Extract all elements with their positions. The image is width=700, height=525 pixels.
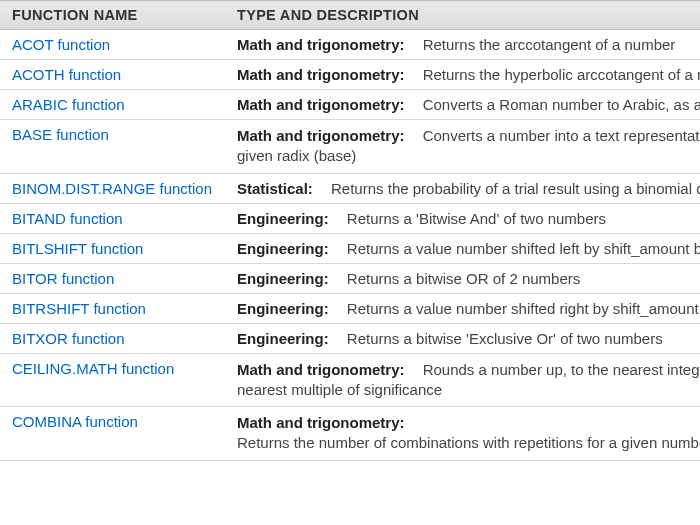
category-label: Math and trigonometry:	[237, 414, 419, 431]
description-text-cont: given radix (base)	[237, 147, 356, 164]
function-link[interactable]: BITAND function	[12, 210, 123, 227]
category-label: Engineering:	[237, 300, 343, 317]
table-row: BITOR function Engineering: Returns a bi…	[0, 263, 700, 293]
function-link[interactable]: CEILING.MATH function	[12, 360, 174, 377]
function-link[interactable]: COMBINA function	[12, 413, 138, 430]
category-label: Engineering:	[237, 270, 343, 287]
function-link[interactable]: BITOR function	[12, 270, 114, 287]
function-link[interactable]: BITRSHIFT function	[12, 300, 146, 317]
category-label: Math and trigonometry:	[237, 361, 419, 378]
category-label: Statistical:	[237, 180, 327, 197]
function-link[interactable]: ARABIC function	[12, 96, 125, 113]
description-text: Returns the arccotangent of a number	[423, 36, 676, 53]
description-text: Returns a value number shifted left by s…	[347, 240, 700, 257]
table-header-row: FUNCTION NAME TYPE AND DESCRIPTION	[0, 1, 700, 30]
table-row: BASE function Math and trigonometry: Con…	[0, 120, 700, 174]
category-label: Math and trigonometry:	[237, 96, 419, 113]
description-text: Returns the hyperbolic arccotangent of a…	[423, 66, 700, 83]
table-row: BITAND function Engineering: Returns a '…	[0, 203, 700, 233]
description-text: Rounds a number up, to the nearest integ…	[423, 361, 700, 378]
table-row: BITXOR function Engineering: Returns a b…	[0, 323, 700, 353]
description-text: Returns a 'Bitwise And' of two numbers	[347, 210, 606, 227]
header-function-name: FUNCTION NAME	[0, 1, 227, 30]
description-text: Converts a Roman number to Arabic, as a …	[423, 96, 700, 113]
table-row: ARABIC function Math and trigonometry: C…	[0, 90, 700, 120]
category-label: Math and trigonometry:	[237, 66, 419, 83]
function-link[interactable]: BITLSHIFT function	[12, 240, 143, 257]
function-reference-table: FUNCTION NAME TYPE AND DESCRIPTION ACOT …	[0, 0, 700, 461]
function-link[interactable]: BINOM.DIST.RANGE function	[12, 180, 212, 197]
description-text-cont: Returns the number of combinations with …	[237, 434, 700, 451]
description-text: Returns a bitwise 'Exclusive Or' of two …	[347, 330, 663, 347]
table-row: CEILING.MATH function Math and trigonome…	[0, 353, 700, 407]
category-label: Engineering:	[237, 210, 343, 227]
function-link[interactable]: BASE function	[12, 126, 109, 143]
table-row: BINOM.DIST.RANGE function Statistical: R…	[0, 173, 700, 203]
function-link[interactable]: ACOTH function	[12, 66, 121, 83]
function-link[interactable]: BITXOR function	[12, 330, 125, 347]
table-row: COMBINA function Math and trigonometry: …	[0, 407, 700, 461]
function-link[interactable]: ACOT function	[12, 36, 110, 53]
category-label: Math and trigonometry:	[237, 127, 419, 144]
category-label: Engineering:	[237, 240, 343, 257]
description-text-cont: nearest multiple of significance	[237, 381, 442, 398]
header-type-description: TYPE AND DESCRIPTION	[227, 1, 700, 30]
description-text: Converts a number into a text representa…	[423, 127, 700, 144]
category-label: Math and trigonometry:	[237, 36, 419, 53]
description-text: Returns a bitwise OR of 2 numbers	[347, 270, 580, 287]
table-row: BITRSHIFT function Engineering: Returns …	[0, 293, 700, 323]
description-text: Returns a value number shifted right by …	[347, 300, 700, 317]
category-label: Engineering:	[237, 330, 343, 347]
description-text: Returns the probability of a trial resul…	[331, 180, 700, 197]
table-row: BITLSHIFT function Engineering: Returns …	[0, 233, 700, 263]
table-row: ACOT function Math and trigonometry: Ret…	[0, 30, 700, 60]
table-row: ACOTH function Math and trigonometry: Re…	[0, 60, 700, 90]
